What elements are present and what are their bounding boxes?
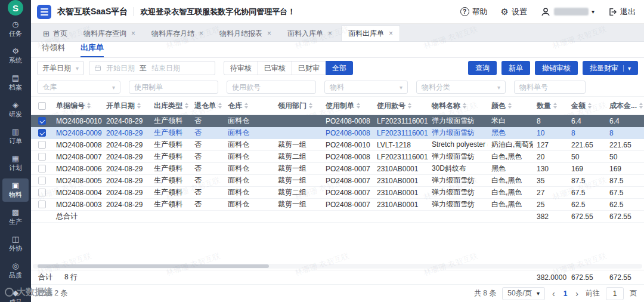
next-page-icon[interactable]: › — [574, 289, 580, 298]
sidebar-item[interactable]: ▩ 生产 — [2, 205, 29, 229]
row-checkbox[interactable] — [38, 129, 46, 137]
quick-filter-input[interactable]: 使用款号 ▾ — [227, 81, 316, 94]
row-checkbox[interactable] — [38, 117, 46, 125]
table-row[interactable]: MO2408-0003 2024-08-29 生产领料 否 面料仓 裁剪一组 P… — [31, 199, 644, 211]
sidebar-item[interactable]: ▦ 计划 — [2, 152, 29, 175]
action-button[interactable]: 撤销审核 ▾ — [535, 61, 578, 75]
column-header[interactable]: 单据编号 — [52, 101, 103, 111]
status-filter-button[interactable]: 全部 — [326, 61, 353, 75]
user-menu[interactable]: ▾ — [540, 7, 595, 17]
status-filter-button[interactable]: 已审核 — [258, 61, 292, 75]
sidebar-item[interactable]: ◎ 品质 — [2, 259, 29, 282]
page-size-select[interactable]: 50条/页 ▾ — [502, 287, 545, 300]
page-tab[interactable]: ⊞ 物料库存月结 × — [144, 25, 210, 41]
table-row[interactable]: MO2408-0010 2024-08-29 生产领料 否 面料仓 PO2408… — [31, 115, 644, 127]
sidebar-item[interactable]: ▥ 订单 — [2, 125, 29, 148]
column-header[interactable]: 金额 — [568, 101, 606, 111]
sort-icon[interactable] — [357, 103, 360, 109]
quick-filter-input[interactable]: 使用制单 ▾ — [129, 81, 218, 94]
status-filter-button[interactable]: 待审核 — [224, 61, 258, 75]
row-checkbox[interactable] — [38, 177, 46, 184]
sidebar: S ◷ 任务 ⚙ 系统 ▤ 档案 ◈ 研发 ▥ 订单 ▦ 计划 ▣ 物料 — [0, 0, 31, 302]
help-button[interactable]: ? 帮助 — [460, 7, 488, 17]
sort-icon[interactable] — [639, 103, 643, 109]
prev-page-icon[interactable]: ‹ — [551, 289, 556, 298]
table-row[interactable]: MO2408-0005 2024-08-29 生产领料 否 面料仓 裁剪一组 P… — [31, 175, 644, 187]
sidebar-item[interactable]: ▣ 物料 — [2, 178, 29, 202]
column-header[interactable]: 数量 — [533, 101, 568, 111]
subtab[interactable]: 待领料 — [42, 42, 65, 57]
sort-icon[interactable] — [218, 103, 222, 109]
sort-icon[interactable] — [87, 103, 91, 109]
collapse-menu-icon[interactable] — [37, 5, 51, 19]
quick-filter-input[interactable]: 物料分类 ▾ — [416, 81, 506, 94]
quick-filter-input[interactable]: 仓库 ▾ — [37, 81, 120, 94]
row-checkbox[interactable] — [38, 153, 46, 161]
column-header[interactable]: 开单日期 — [103, 101, 150, 111]
cell-department: 裁剪二组 — [274, 152, 322, 162]
close-icon[interactable]: × — [131, 29, 135, 38]
sidebar-item[interactable]: ◈ 研发 — [2, 98, 29, 121]
subtab[interactable]: 出库单 — [80, 42, 104, 57]
logout-button[interactable]: 退出 — [608, 7, 636, 17]
row-checkbox[interactable] — [38, 201, 46, 208]
action-button[interactable]: 查询 ▾ — [468, 61, 497, 75]
page-tab[interactable]: ⊞ 首页 × — [36, 25, 75, 41]
column-header[interactable]: 使用款号 — [373, 101, 428, 111]
table-row[interactable]: MO2408-0008 2024-08-29 生产领料 否 面料仓 裁剪一组 P… — [31, 139, 644, 151]
cell-use-order: PO2408-0008 — [322, 117, 373, 125]
horizontal-scrollbar[interactable] — [33, 264, 642, 269]
goto-page-input[interactable] — [606, 287, 624, 300]
sort-icon[interactable] — [463, 103, 466, 109]
sidebar-item[interactable]: ◷ 任务 — [2, 17, 29, 41]
column-header[interactable]: 出库类型 — [150, 101, 191, 111]
sidebar-item[interactable]: ⚙ 系统 — [2, 44, 29, 67]
table-row[interactable]: MO2408-0004 2024-08-29 生产领料 否 面料仓 裁剪二组 P… — [31, 187, 644, 199]
page-tab[interactable]: ⊞ 物料库存查询 × — [76, 25, 143, 41]
current-page[interactable]: 1 — [562, 289, 569, 298]
page-tab[interactable]: ⊞ 物料月结报表 × — [212, 25, 278, 41]
table-row[interactable]: MO2408-0009 2024-08-29 生产领料 否 面料仓 PO2408… — [31, 127, 644, 139]
date-type-select[interactable]: 开单日期 ▾ — [37, 61, 84, 75]
close-icon[interactable]: × — [389, 29, 393, 38]
page-tab[interactable]: ⊞ 面料入库单 × — [280, 25, 339, 41]
select-all-checkbox[interactable] — [38, 102, 46, 110]
sort-icon[interactable] — [137, 103, 141, 109]
sort-icon[interactable] — [588, 103, 592, 109]
sort-icon[interactable] — [244, 103, 248, 109]
column-header[interactable]: 领用部门 — [274, 101, 322, 111]
scrollbar-thumb[interactable] — [38, 264, 269, 268]
sort-icon[interactable] — [309, 103, 312, 109]
row-checkbox[interactable] — [38, 189, 46, 196]
sidebar-item[interactable]: ▤ 档案 — [2, 71, 29, 94]
column-header[interactable]: 物料名称 — [428, 101, 488, 111]
row-checkbox[interactable] — [38, 141, 46, 149]
column-label: 退仓单 — [194, 101, 216, 111]
quick-filter-input[interactable]: 物料 ▾ — [324, 81, 408, 94]
column-header[interactable]: 颜色 — [488, 101, 533, 111]
date-range-input[interactable]: 开始日期 至 结束日期 — [89, 61, 215, 75]
sort-icon[interactable] — [508, 103, 512, 109]
status-filter-button[interactable]: 已财审 — [292, 61, 326, 75]
page-tab[interactable]: ⊞ 面料出库单 × — [341, 25, 400, 41]
table-row[interactable]: MO2408-0006 2024-08-29 生产领料 否 面料仓 裁剪一组 P… — [31, 163, 644, 175]
sidebar-item[interactable]: ◆ 成品 — [2, 286, 29, 302]
column-header[interactable]: 成本金... — [606, 101, 644, 111]
quick-filter-input[interactable]: 物料单号 ▾ — [514, 81, 586, 94]
app-logo-icon[interactable]: S — [8, 0, 23, 16]
table-row[interactable]: MO2408-0007 2024-08-29 生产领料 否 面料仓 裁剪二组 P… — [31, 151, 644, 163]
row-checkbox[interactable] — [38, 165, 46, 172]
action-button[interactable]: 新单 ▾ — [501, 61, 530, 75]
close-icon[interactable]: × — [328, 29, 332, 38]
sort-icon[interactable] — [553, 103, 557, 109]
column-header[interactable]: 使用制单 — [322, 101, 373, 111]
sidebar-item[interactable]: ◫ 外协 — [2, 232, 29, 255]
sort-icon[interactable] — [185, 103, 188, 109]
close-icon[interactable]: × — [199, 29, 203, 38]
column-header[interactable]: 退仓单 — [191, 101, 224, 111]
settings-button[interactable]: ⚙ 设置 — [501, 7, 527, 17]
column-header[interactable]: 仓库 — [224, 101, 274, 111]
sort-icon[interactable] — [408, 103, 411, 109]
action-button[interactable]: 批量财审 ▾ — [583, 61, 638, 75]
close-icon[interactable]: × — [267, 29, 271, 38]
